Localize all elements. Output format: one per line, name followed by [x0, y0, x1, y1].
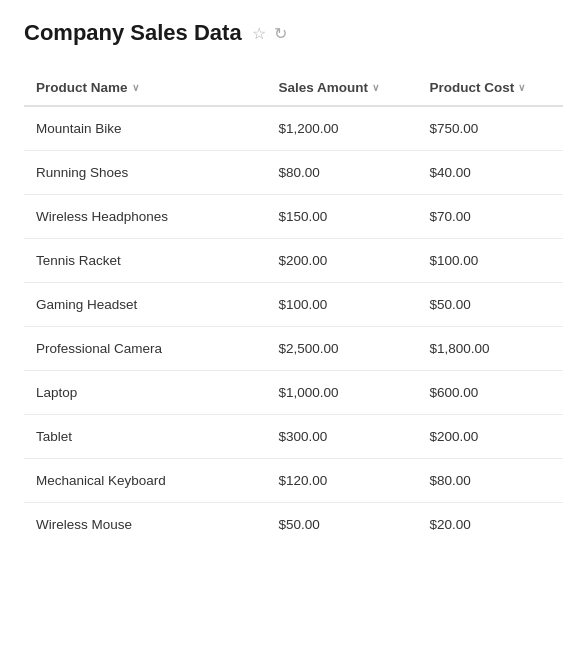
cell-product-name: Mountain Bike [24, 106, 267, 151]
cell-product-cost: $40.00 [417, 151, 563, 195]
table-row: Mechanical Keyboard$120.00$80.00 [24, 459, 563, 503]
table-row: Tennis Racket$200.00$100.00 [24, 239, 563, 283]
column-label-name: Product Name [36, 80, 128, 95]
cell-sales-amount: $200.00 [267, 239, 418, 283]
cell-product-cost: $750.00 [417, 106, 563, 151]
column-header-name[interactable]: Product Name ∨ [24, 70, 267, 106]
cell-sales-amount: $1,000.00 [267, 371, 418, 415]
cell-product-cost: $1,800.00 [417, 327, 563, 371]
table-row: Gaming Headset$100.00$50.00 [24, 283, 563, 327]
cell-product-name: Wireless Headphones [24, 195, 267, 239]
column-header-sales[interactable]: Sales Amount ∨ [267, 70, 418, 106]
cell-sales-amount: $150.00 [267, 195, 418, 239]
cell-product-cost: $50.00 [417, 283, 563, 327]
page-title: Company Sales Data [24, 20, 242, 46]
table-row: Wireless Headphones$150.00$70.00 [24, 195, 563, 239]
cell-sales-amount: $1,200.00 [267, 106, 418, 151]
cell-sales-amount: $50.00 [267, 503, 418, 547]
cell-sales-amount: $80.00 [267, 151, 418, 195]
cell-product-name: Professional Camera [24, 327, 267, 371]
table-row: Running Shoes$80.00$40.00 [24, 151, 563, 195]
table-body: Mountain Bike$1,200.00$750.00Running Sho… [24, 106, 563, 546]
refresh-icon[interactable]: ↻ [274, 24, 287, 43]
table-row: Tablet$300.00$200.00 [24, 415, 563, 459]
table-row: Laptop$1,000.00$600.00 [24, 371, 563, 415]
cell-product-name: Tablet [24, 415, 267, 459]
cell-product-name: Gaming Headset [24, 283, 267, 327]
sales-table: Product Name ∨ Sales Amount ∨ Product Co… [24, 70, 563, 546]
sort-icon-cost: ∨ [518, 82, 525, 93]
table-row: Professional Camera$2,500.00$1,800.00 [24, 327, 563, 371]
cell-product-cost: $100.00 [417, 239, 563, 283]
column-label-sales: Sales Amount [279, 80, 369, 95]
table-row: Wireless Mouse$50.00$20.00 [24, 503, 563, 547]
cell-product-name: Laptop [24, 371, 267, 415]
page-header: Company Sales Data ☆ ↻ [24, 20, 563, 46]
sort-icon-name: ∨ [132, 82, 139, 93]
cell-product-cost: $70.00 [417, 195, 563, 239]
cell-sales-amount: $300.00 [267, 415, 418, 459]
cell-sales-amount: $120.00 [267, 459, 418, 503]
cell-product-cost: $20.00 [417, 503, 563, 547]
table-header: Product Name ∨ Sales Amount ∨ Product Co… [24, 70, 563, 106]
cell-product-cost: $200.00 [417, 415, 563, 459]
cell-product-name: Wireless Mouse [24, 503, 267, 547]
table-row: Mountain Bike$1,200.00$750.00 [24, 106, 563, 151]
cell-product-name: Running Shoes [24, 151, 267, 195]
cell-product-cost: $600.00 [417, 371, 563, 415]
table-header-row: Product Name ∨ Sales Amount ∨ Product Co… [24, 70, 563, 106]
cell-product-name: Mechanical Keyboard [24, 459, 267, 503]
cell-sales-amount: $2,500.00 [267, 327, 418, 371]
column-label-cost: Product Cost [429, 80, 514, 95]
header-actions: ☆ ↻ [252, 24, 287, 43]
cell-product-name: Tennis Racket [24, 239, 267, 283]
column-header-cost[interactable]: Product Cost ∨ [417, 70, 563, 106]
sort-icon-sales: ∨ [372, 82, 379, 93]
cell-sales-amount: $100.00 [267, 283, 418, 327]
cell-product-cost: $80.00 [417, 459, 563, 503]
star-icon[interactable]: ☆ [252, 24, 266, 43]
